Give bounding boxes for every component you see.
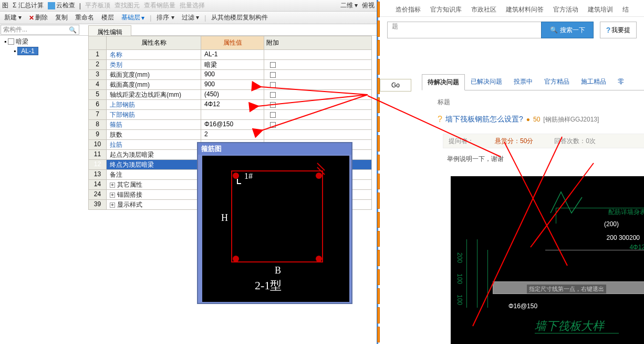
prop-value[interactable]: 900 bbox=[201, 80, 264, 89]
sort-button[interactable]: 排序 ▾ bbox=[154, 13, 176, 22]
prop-value[interactable]: 900 bbox=[201, 70, 264, 79]
img-bottom-rebar: Φ16@150 bbox=[508, 302, 537, 310]
tb-sum[interactable]: Σ 汇总计算 bbox=[13, 1, 44, 10]
col-value: 属性值 bbox=[201, 36, 264, 49]
floor-select[interactable]: 基础层 ▾ bbox=[119, 13, 147, 22]
tab-voting[interactable]: 投票中 bbox=[508, 74, 538, 90]
tab-pending[interactable]: 待解决问题 bbox=[422, 74, 465, 90]
delete-button[interactable]: ✕删除 bbox=[27, 13, 50, 22]
prop-value[interactable]: 2 bbox=[201, 130, 264, 139]
hash-label: 1# bbox=[244, 171, 253, 181]
row-num: 14 bbox=[89, 180, 107, 189]
prop-add[interactable] bbox=[264, 70, 281, 79]
nav-item[interactable]: 结 bbox=[622, 5, 629, 14]
copy-from-floor[interactable]: 从其他楼层复制构件 bbox=[209, 13, 270, 22]
right-search-button[interactable]: 🔍搜索一下 bbox=[541, 22, 594, 38]
copy-button[interactable]: 复制 bbox=[53, 13, 70, 22]
nav-item[interactable]: 官方活动 bbox=[553, 5, 578, 14]
prop-value[interactable]: AL-1 bbox=[201, 50, 264, 59]
prop-row[interactable]: 2类别暗梁 bbox=[88, 60, 372, 70]
prop-row[interactable]: 3截面宽度(mm)900 bbox=[88, 70, 372, 80]
b-label: B bbox=[275, 265, 281, 276]
prop-name: 拉筋 bbox=[107, 140, 201, 149]
prop-value[interactable] bbox=[201, 110, 264, 119]
search-icon: 🔍 bbox=[550, 26, 558, 34]
tb-find[interactable]: 查找图元 bbox=[115, 1, 140, 10]
floor-label: 楼层 bbox=[99, 13, 116, 22]
h-label: H bbox=[221, 213, 228, 224]
tb-flat[interactable]: 平齐板顶 bbox=[85, 1, 110, 10]
nav-item[interactable]: 造价指标 bbox=[396, 5, 421, 14]
prop-add[interactable] bbox=[264, 50, 281, 59]
go-button[interactable]: Go bbox=[380, 79, 411, 92]
prop-value[interactable]: (450) bbox=[201, 90, 264, 99]
stirrup-diagram: 箍筋图 1# H B 2-1型 bbox=[197, 142, 352, 304]
prop-value[interactable]: 暗梁 bbox=[201, 60, 264, 69]
coin-icon: ● bbox=[526, 116, 530, 123]
prop-row[interactable]: 4截面高度(mm)900 bbox=[88, 80, 372, 90]
col-add: 附加 bbox=[264, 36, 281, 49]
tree-al1[interactable]: ▪AL-1 bbox=[1, 46, 85, 56]
tb-batch[interactable]: 批量选择 bbox=[180, 1, 205, 10]
nav-item[interactable]: 建筑培训 bbox=[588, 5, 613, 14]
row-num: 24 bbox=[89, 190, 107, 199]
right-nav: 造价指标 官方知识库 市政社区 建筑材料问答 官方活动 建筑培训 结 bbox=[380, 3, 644, 17]
filter-button[interactable]: 过滤 ▾ bbox=[180, 13, 201, 22]
nav-item[interactable]: 官方知识库 bbox=[430, 5, 462, 14]
row-num: 39 bbox=[89, 200, 107, 209]
prop-add[interactable] bbox=[264, 80, 281, 89]
ask-button[interactable]: ?我要提 bbox=[600, 22, 637, 38]
tb-steel[interactable]: 查看钢筋量 bbox=[144, 1, 175, 10]
prop-name: 轴线距梁左边线距离(mm) bbox=[107, 90, 201, 99]
prop-name: 截面宽度(mm) bbox=[107, 70, 201, 79]
tb-tu[interactable]: 图 bbox=[2, 1, 8, 10]
tab-more[interactable]: 零 bbox=[612, 74, 630, 90]
prop-add[interactable] bbox=[264, 110, 281, 119]
question-link[interactable]: 墙下筏板钢筋怎么设置? bbox=[445, 115, 523, 124]
new-button[interactable]: 新建 ▾ bbox=[2, 13, 24, 22]
question-tabs: 待解决问题 已解决问题 投票中 官方精品 施工精品 零 bbox=[422, 74, 644, 90]
tb-look[interactable]: 俯视 bbox=[362, 1, 375, 10]
prop-name: 类别 bbox=[107, 60, 201, 69]
prop-name: 备注 bbox=[107, 170, 201, 179]
search-icon[interactable]: 🔍 bbox=[69, 26, 77, 34]
prop-value[interactable]: Φ16@150 bbox=[201, 120, 264, 129]
prop-add[interactable] bbox=[264, 90, 281, 99]
row-num: 9 bbox=[89, 130, 107, 139]
prop-add[interactable] bbox=[264, 120, 281, 129]
tb-2d[interactable]: 二维 ▾ bbox=[340, 1, 358, 10]
tab-solved[interactable]: 已解决问题 bbox=[465, 74, 508, 90]
tb-cloud[interactable]: 云检查 bbox=[48, 1, 75, 10]
question-line: ? 墙下筏板钢筋怎么设置? ● 50 [钢筋抽样GGJ2013] bbox=[438, 115, 599, 124]
prop-row[interactable]: 6上部钢筋4Φ12 bbox=[88, 100, 372, 110]
prop-row[interactable]: 9肢数2 bbox=[88, 130, 372, 140]
prop-name: 肢数 bbox=[107, 130, 201, 139]
row-num: 1 bbox=[89, 50, 107, 59]
rename-button[interactable]: 重命名 bbox=[73, 13, 96, 22]
reward-label: 悬赏分：50分 bbox=[495, 137, 533, 146]
prop-row[interactable]: 5轴线距梁左边线距离(mm)(450) bbox=[88, 90, 372, 100]
prop-add[interactable] bbox=[264, 130, 281, 139]
prop-add[interactable] bbox=[264, 60, 281, 69]
nav-item[interactable]: 市政社区 bbox=[471, 5, 496, 14]
tree-dark-beam[interactable]: ▪暗梁 bbox=[1, 37, 85, 46]
right-search-input[interactable]: 题 bbox=[387, 22, 541, 38]
nav-item[interactable]: 建筑材料问答 bbox=[506, 5, 544, 14]
prop-add[interactable] bbox=[264, 100, 281, 109]
prop-row[interactable]: 1名称AL-1 bbox=[88, 50, 372, 60]
row-num: 4 bbox=[89, 80, 107, 89]
img-tooltip: 指定尺寸线第一点，右键退出 bbox=[527, 285, 606, 294]
type-label: 2-1型 bbox=[255, 278, 282, 294]
prop-row[interactable]: 7下部钢筋 bbox=[88, 110, 372, 120]
prop-row[interactable]: 8箍筋Φ16@150 bbox=[88, 120, 372, 130]
row-num: 8 bbox=[89, 120, 107, 129]
question-desc: 举例说明一下，谢谢 bbox=[447, 155, 504, 164]
asker-label: 提问者： bbox=[449, 137, 474, 146]
search-input[interactable]: 索构件...🔍 bbox=[1, 25, 79, 35]
toolbar-main: 新建 ▾ ✕删除 复制 重命名 楼层 基础层 ▾ | 排序 ▾ 过滤 ▾ | 从… bbox=[0, 12, 377, 24]
tab-const[interactable]: 施工精品 bbox=[575, 74, 612, 90]
title-label: 标题 bbox=[438, 98, 450, 107]
prop-value[interactable]: 4Φ12 bbox=[201, 100, 264, 109]
answers-label: 回答次数：0次 bbox=[554, 137, 596, 146]
tab-official[interactable]: 官方精品 bbox=[538, 74, 575, 90]
